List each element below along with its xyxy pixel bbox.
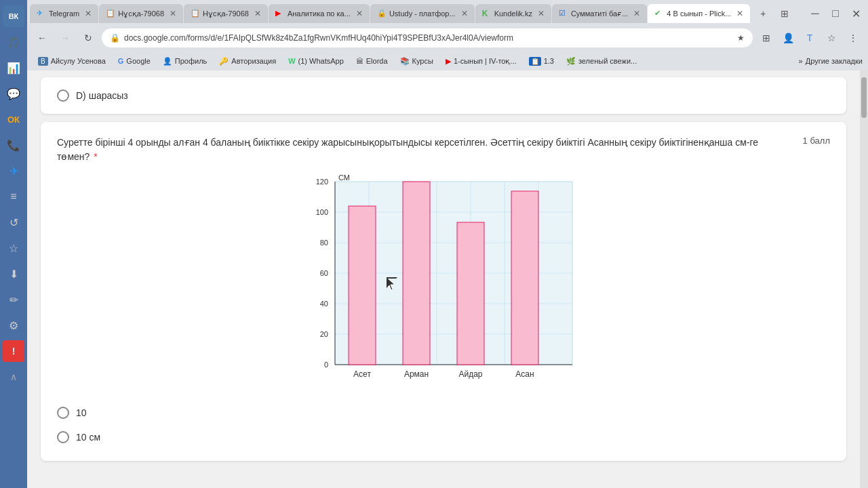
svg-text:Айдар: Айдар bbox=[458, 369, 482, 379]
bookmark-elorda[interactable]: 🏛 Elorda bbox=[351, 56, 393, 66]
option-10cm-label: 10 см bbox=[76, 432, 100, 443]
bookmark-13[interactable]: 📋 1.3 bbox=[524, 56, 559, 67]
bookmark-1-class[interactable]: ▶ 1-сынып | IV-тоқ... bbox=[440, 56, 522, 67]
svg-text:40: 40 bbox=[320, 300, 328, 308]
tab-close-nusqa2[interactable]: ✕ bbox=[254, 9, 261, 18]
tab-list-button[interactable]: ⊞ bbox=[775, 4, 794, 23]
reload-button[interactable]: ↻ bbox=[79, 28, 98, 47]
browser-chrome: ✈ Telegram ✕ 📋 Нұсқа-79068 ✕ 📋 Нұсқа-790… bbox=[27, 0, 868, 70]
sidebar-stats-icon[interactable]: 📊 bbox=[3, 57, 24, 79]
svg-text:СМ: СМ bbox=[338, 175, 350, 182]
tab-close-summative[interactable]: ✕ bbox=[633, 9, 640, 18]
question2-text: Суретте бірінші 4 орынды алған 4 баланың… bbox=[57, 136, 803, 164]
svg-text:80: 80 bbox=[320, 239, 328, 247]
scrollbar-thumb[interactable] bbox=[861, 77, 867, 118]
bar-arman bbox=[403, 182, 430, 365]
option-d-card: D) шарасыз bbox=[41, 77, 846, 114]
tab-close-analytics[interactable]: ✕ bbox=[356, 9, 363, 18]
tab-analytics[interactable]: ▶ Аналитика по ка... ✕ bbox=[269, 4, 370, 23]
answer-options: 10 10 см bbox=[57, 403, 830, 447]
bookmark-kursy[interactable]: 📚 Курсы bbox=[395, 56, 439, 67]
tab-summative[interactable]: ☑ Сумматиті бағ... ✕ bbox=[552, 4, 647, 23]
maximize-button[interactable]: □ bbox=[826, 4, 845, 23]
tab-close-4b[interactable]: ✕ bbox=[736, 9, 743, 18]
svg-text:100: 100 bbox=[316, 208, 328, 216]
sidebar-telegram-icon[interactable]: ✈ bbox=[3, 160, 24, 182]
bookmark-profile[interactable]: 👤 Профиль bbox=[157, 56, 213, 67]
question2-header: Суретте бірінші 4 орынды алған 4 баланың… bbox=[57, 136, 830, 164]
forward-button[interactable]: → bbox=[56, 28, 75, 47]
required-star: * bbox=[94, 151, 97, 162]
tab-telegram[interactable]: ✈ Telegram ✕ bbox=[30, 4, 98, 23]
option-10-radio[interactable] bbox=[57, 407, 69, 419]
option-10-label: 10 bbox=[76, 407, 87, 418]
bar-chart: 0 20 40 60 80 100 120 СМ bbox=[301, 175, 586, 392]
option-10cm[interactable]: 10 см bbox=[57, 427, 830, 447]
sidebar-vk-icon[interactable]: ВК bbox=[3, 5, 24, 27]
question2-points: 1 балл bbox=[803, 136, 830, 146]
bookmarks-more-button[interactable]: » Другие закладки bbox=[799, 57, 863, 65]
form-area: D) шарасыз Суретте бірінші 4 орынды алға… bbox=[27, 70, 860, 488]
bar-asan bbox=[511, 191, 538, 365]
tab-close-ustudy[interactable]: ✕ bbox=[461, 9, 468, 18]
option-d-label: D) шарасыз bbox=[76, 90, 128, 101]
new-tab-button[interactable]: + bbox=[753, 4, 772, 23]
tab-actions: + ⊞ bbox=[753, 4, 794, 23]
sidebar-settings-icon[interactable]: ⚙ bbox=[3, 314, 24, 336]
page-content: D) шарасыз Суретте бірінші 4 орынды алға… bbox=[27, 70, 868, 488]
svg-text:60: 60 bbox=[320, 269, 328, 277]
sidebar-download-icon[interactable]: ⬇ bbox=[3, 263, 24, 285]
sidebar-list-icon[interactable]: ≡ bbox=[3, 186, 24, 207]
tab-nusqa2[interactable]: 📋 Нұсқа-79068 ✕ bbox=[184, 4, 268, 23]
translate-button[interactable]: T bbox=[800, 28, 819, 47]
address-text: docs.google.com/forms/d/e/1FAIpQLSfWk8z4… bbox=[124, 33, 733, 43]
svg-text:Асет: Асет bbox=[353, 369, 371, 379]
tab-close-nusqa1[interactable]: ✕ bbox=[170, 9, 176, 18]
more-button[interactable]: ⋮ bbox=[844, 28, 863, 47]
nav-icons: ⊞ 👤 T ☆ ⋮ bbox=[757, 28, 863, 47]
bar-aydar bbox=[457, 222, 484, 365]
question2-card: Суретте бірінші 4 орынды алған 4 баланың… bbox=[41, 122, 846, 461]
bookmark-button[interactable]: ☆ bbox=[822, 28, 841, 47]
sidebar-face-icon[interactable]: 💬 bbox=[3, 83, 24, 104]
sidebar-music-icon[interactable]: 🎵 bbox=[3, 31, 24, 53]
tab-close-telegram[interactable]: ✕ bbox=[85, 9, 92, 18]
back-button[interactable]: ← bbox=[33, 28, 52, 47]
bookmark-google[interactable]: G Google bbox=[113, 56, 156, 66]
sidebar-chevron-icon[interactable]: ∧ bbox=[3, 366, 24, 388]
sidebar-star-icon[interactable]: ☆ bbox=[3, 237, 24, 259]
option-10cm-radio[interactable] bbox=[57, 431, 69, 443]
sidebar-phone-icon[interactable]: 📞 bbox=[3, 134, 24, 156]
option-d[interactable]: D) шарасыз bbox=[57, 85, 830, 106]
svg-text:Арман: Арман bbox=[404, 369, 429, 379]
option-d-radio[interactable] bbox=[57, 89, 69, 102]
tab-close-kundelik[interactable]: ✕ bbox=[538, 9, 545, 18]
tab-kundelik[interactable]: K Kundelik.kz ✕ bbox=[475, 4, 551, 23]
tab-4b[interactable]: ✔ 4 В сынып - Plick... ✕ bbox=[648, 4, 750, 23]
extensions-button[interactable]: ⊞ bbox=[757, 28, 776, 47]
bookmark-whatsapp[interactable]: W (1) WhatsApp bbox=[283, 56, 349, 66]
bookmark-zeleny[interactable]: 🌿 зеленый свежи... bbox=[561, 56, 642, 67]
tab-ustudy[interactable]: 🔒 Ustudy - платфор... ✕ bbox=[370, 4, 475, 23]
chart-container: 0 20 40 60 80 100 120 СМ bbox=[57, 175, 830, 392]
svg-text:0: 0 bbox=[324, 361, 328, 369]
svg-text:20: 20 bbox=[320, 330, 328, 338]
svg-text:Асан: Асан bbox=[515, 369, 534, 379]
minimize-button[interactable]: ─ bbox=[806, 4, 825, 23]
profile-button[interactable]: 👤 bbox=[778, 28, 797, 47]
close-button[interactable]: ✕ bbox=[846, 4, 865, 23]
right-scrollbar[interactable] bbox=[860, 70, 868, 488]
option-10[interactable]: 10 bbox=[57, 403, 830, 423]
bookmarks-bar: В Айсулу Усенова G Google 👤 Профиль 🔑 Ав… bbox=[27, 52, 868, 70]
sidebar-ok-icon[interactable]: ОК bbox=[3, 108, 24, 130]
left-sidebar: ВК 🎵 📊 💬 ОК 📞 ✈ ≡ ↺ ☆ ⬇ ✏ ⚙ ! ∧ bbox=[0, 0, 27, 488]
bookmark-aisulu[interactable]: В Айсулу Усенова bbox=[33, 56, 111, 67]
tab-nusqa1[interactable]: 📋 Нұсқа-79068 ✕ bbox=[99, 4, 183, 23]
sidebar-history-icon[interactable]: ↺ bbox=[3, 211, 24, 233]
sidebar-edit-icon[interactable]: ✏ bbox=[3, 289, 24, 310]
bookmark-auth[interactable]: 🔑 Авторизация bbox=[214, 56, 281, 67]
nav-bar: ← → ↻ 🔒 docs.google.com/forms/d/e/1FAIpQ… bbox=[27, 24, 868, 52]
address-bar[interactable]: 🔒 docs.google.com/forms/d/e/1FAIpQLSfWk8… bbox=[102, 28, 753, 47]
sidebar-alert-icon[interactable]: ! bbox=[3, 340, 24, 362]
browser-main: ✈ Telegram ✕ 📋 Нұсқа-79068 ✕ 📋 Нұсқа-790… bbox=[27, 0, 868, 488]
